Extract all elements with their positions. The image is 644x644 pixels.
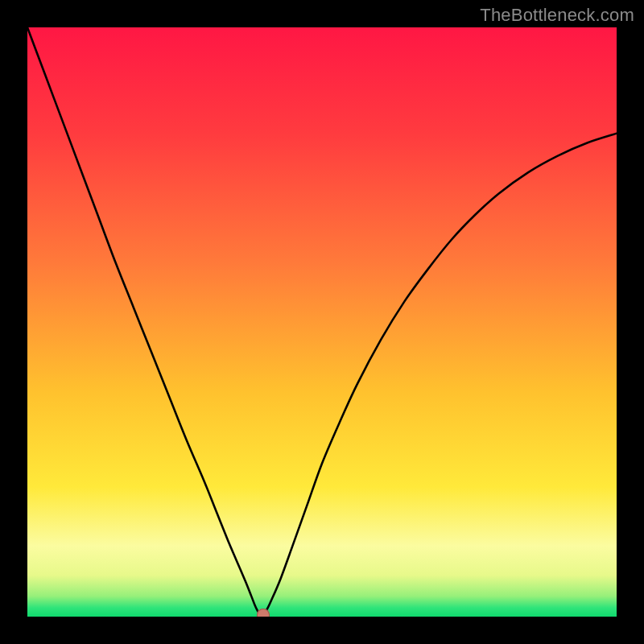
watermark-label: TheBottleneck.com: [480, 5, 634, 26]
plot-area: [27, 27, 617, 617]
optimal-point-marker: [257, 609, 270, 617]
bottleneck-curve: [27, 27, 617, 617]
chart-frame: TheBottleneck.com: [0, 0, 644, 644]
